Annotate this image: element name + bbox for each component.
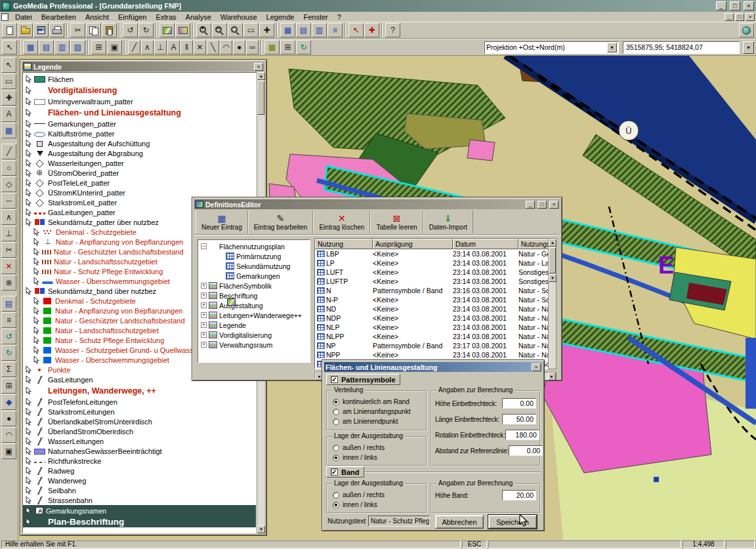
- table-row[interactable]: N-P <Keine> 23:14 03.08.2001 Natur - Sch…: [315, 295, 549, 304]
- scrollbar-thumb[interactable]: [257, 81, 264, 115]
- legend-item[interactable]: Flächen: [23, 74, 256, 84]
- grid-tool[interactable]: ▦: [1, 123, 16, 138]
- parallel-button[interactable]: ‖: [180, 40, 193, 54]
- radio-icon[interactable]: [333, 492, 339, 498]
- tree-item[interactable]: Ausgestaltung: [198, 300, 310, 310]
- tree-item[interactable]: Gemarkungen: [198, 271, 310, 281]
- table-row[interactable]: NP Patternsymbole / Band 23:17 03.08.200…: [315, 341, 549, 350]
- expand-icon[interactable]: [201, 342, 207, 348]
- text-label-tool[interactable]: A: [1, 106, 16, 122]
- legend-item[interactable]: PostTelefonLeitungen: [23, 397, 256, 407]
- layers-tool[interactable]: ≡: [1, 312, 16, 328]
- legend-item[interactable]: StarkstromLeitungen: [23, 407, 256, 417]
- scroll-up-icon[interactable]: ▲: [549, 239, 556, 247]
- data-import-button[interactable]: ⇓ Daten-Import: [423, 211, 473, 234]
- point-marker-tool[interactable]: ●: [1, 411, 16, 426]
- pan-button[interactable]: ✚: [259, 23, 274, 37]
- arc-button[interactable]: ◠: [220, 40, 232, 54]
- line-tool[interactable]: ╱: [1, 144, 16, 159]
- delete-tool[interactable]: ✕: [1, 258, 16, 274]
- select-tool-button[interactable]: ↖: [2, 40, 17, 54]
- radio-icon[interactable]: [333, 502, 339, 508]
- dialog-close-button[interactable]: ×: [532, 363, 541, 371]
- child-close-button[interactable]: ×: [746, 13, 755, 21]
- tree-item[interactable]: Legende: [198, 320, 310, 330]
- legend-window-button[interactable]: ≡: [327, 23, 343, 37]
- legend-item[interactable]: Seilbahn: [23, 485, 256, 495]
- projection-combobox[interactable]: Projektion +Ost;+Nord(m) ▼: [484, 41, 619, 54]
- legend-item[interactable]: Gemarkungsnamen: [23, 505, 256, 516]
- refresh-button[interactable]: ↻: [296, 40, 311, 54]
- sum-tool[interactable]: Σ: [1, 361, 16, 377]
- user-profile-button[interactable]: [739, 23, 754, 37]
- menu-item[interactable]: Analyse: [181, 12, 216, 22]
- legend-item[interactable]: Radweg: [23, 466, 256, 476]
- table-row[interactable]: NLPP <Keine> 23:14 03.08.2001 Natur - Na…: [315, 332, 549, 341]
- fill-tool[interactable]: ◆: [1, 394, 16, 410]
- zoom-rect-tool[interactable]: ▭: [1, 73, 16, 89]
- menu-item[interactable]: Fenster: [299, 12, 332, 22]
- perpendicular-button[interactable]: ⊥: [154, 40, 167, 54]
- menu-item[interactable]: Warehouse: [216, 12, 262, 22]
- table-row[interactable]: LUFT <Keine> 23:14 03.08.2001 Sonstiges …: [315, 268, 549, 277]
- help-button[interactable]: ?: [385, 23, 400, 37]
- table-row[interactable]: NDP <Keine> 23:14 03.08.2001 Natur - Nat…: [315, 314, 549, 323]
- tree-item[interactable]: Verwaltungsraum: [198, 340, 310, 350]
- legend-item[interactable]: Wanderweg: [23, 476, 256, 485]
- new-entry-button[interactable]: ▦ Neuer Eintrag: [196, 211, 248, 234]
- equal-segments-button[interactable]: ═: [246, 40, 259, 54]
- column-header[interactable]: Datum: [453, 239, 518, 249]
- menu-item[interactable]: Einfügen: [114, 12, 151, 22]
- editor-titlebar[interactable]: DefinitionsEditor _ □ ×: [194, 199, 560, 209]
- rotate-right-tool[interactable]: ↻: [1, 345, 16, 361]
- table-vertical-scrollbar[interactable]: ▲ ▼: [548, 238, 556, 369]
- legend-item[interactable]: Kaltluftströme_patter: [23, 129, 256, 138]
- tree-item[interactable]: Vordigitalisierung: [198, 330, 310, 340]
- polyline-tool[interactable]: ∧: [1, 209, 16, 225]
- paste-button[interactable]: [102, 23, 117, 37]
- insert-feature-button[interactable]: ✚: [364, 23, 379, 37]
- snap-grid-button[interactable]: ▦: [264, 40, 280, 54]
- layout-window-button[interactable]: ▥: [312, 23, 327, 37]
- child-minimize-button[interactable]: _: [724, 13, 734, 21]
- draw-polyline-button[interactable]: ∧: [141, 40, 154, 54]
- place-text-button[interactable]: A: [167, 40, 180, 54]
- scale-dropdown-button[interactable]: ▼: [743, 41, 754, 54]
- point-button[interactable]: ●: [233, 40, 245, 54]
- legend-item[interactable]: Ausgestaltung der Abgrabung: [23, 148, 256, 158]
- arc-tool[interactable]: ◠: [1, 427, 16, 443]
- table-row[interactable]: LUFTP <Keine> 23:14 03.08.2001 Sonstiges…: [315, 277, 549, 286]
- table-window-button[interactable]: ▦: [280, 23, 295, 37]
- tree-item[interactable]: Flächennutzungsplan: [198, 241, 310, 251]
- expand-icon[interactable]: [201, 243, 207, 249]
- attribute-table-button[interactable]: ▤: [39, 40, 54, 54]
- grid-display-button[interactable]: ▦: [23, 40, 38, 54]
- list-tool[interactable]: ▤: [1, 296, 16, 312]
- menu-item[interactable]: Bearbeiten: [37, 12, 81, 22]
- select-feature-button[interactable]: ↖: [348, 23, 364, 37]
- table-row[interactable]: NLP <Keine> 23:14 03.08.2001 Natur - Nat…: [315, 323, 549, 332]
- scroll-down-icon[interactable]: ▼: [549, 274, 556, 282]
- patternsymbole-checkbox[interactable]: [331, 376, 338, 383]
- minimize-button[interactable]: _: [716, 1, 726, 10]
- undo-button[interactable]: ↺: [123, 23, 138, 37]
- menu-item[interactable]: Ansicht: [81, 12, 114, 22]
- field-input[interactable]: 20.00: [502, 490, 536, 500]
- zoom-in-button[interactable]: [196, 23, 211, 37]
- expand-icon[interactable]: [201, 332, 207, 338]
- legend-item[interactable]: Vordigitalisierung: [23, 84, 256, 96]
- radio-icon[interactable]: [333, 409, 339, 415]
- expand-icon[interactable]: [201, 312, 207, 318]
- close-button[interactable]: ×: [744, 1, 754, 10]
- menu-item[interactable]: Datei: [10, 12, 37, 22]
- save-button[interactable]: Speichern: [488, 515, 537, 529]
- intersection-button[interactable]: ✕: [194, 40, 206, 54]
- menu-item[interactable]: Legende: [262, 12, 299, 22]
- edit-entry-button[interactable]: ✎ Eintrag bearbeiten: [248, 211, 314, 234]
- perpendicular-tool[interactable]: ⊥: [1, 226, 16, 241]
- zoom-window-button[interactable]: [228, 23, 243, 37]
- open-button[interactable]: [18, 23, 33, 37]
- tree-item[interactable]: Leitungen+Wanderwege++: [198, 310, 310, 320]
- child-restore-button[interactable]: □: [735, 13, 744, 21]
- trim-tool[interactable]: ✂: [1, 242, 16, 258]
